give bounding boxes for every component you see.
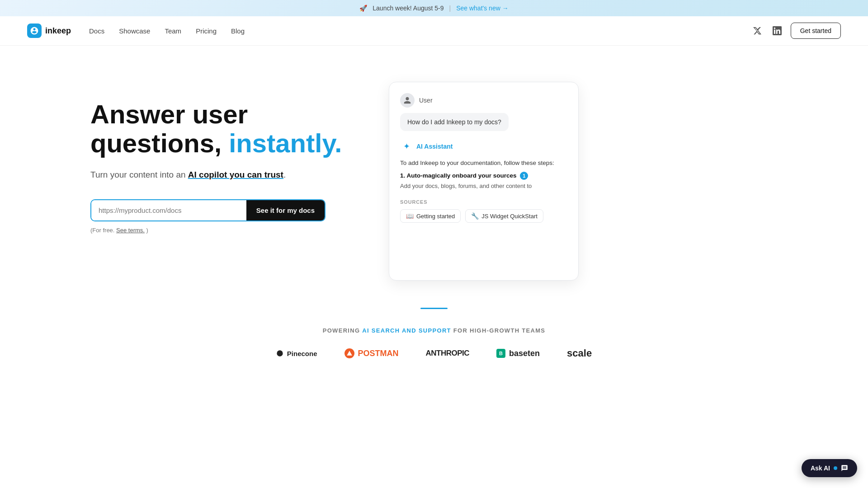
brand-anthropic: ANTHROPIC: [426, 349, 470, 358]
source-label-1: Getting started: [416, 213, 455, 220]
see-terms-link[interactable]: See terms.: [116, 227, 145, 234]
sources-section: SOURCES 📖 Getting started 🔧 JS Widget Qu…: [400, 199, 567, 223]
sources-list: 📖 Getting started 🔧 JS Widget QuickStart: [400, 209, 567, 223]
hero-title-highlight: instantly.: [229, 128, 342, 158]
subtitle-end: .: [283, 170, 286, 179]
subtext: (For free. See terms. ): [90, 227, 371, 234]
postman-icon: [344, 348, 354, 358]
nav-showcase[interactable]: Showcase: [119, 27, 150, 35]
step-number: 1.: [400, 172, 405, 179]
ai-step-desc: Add your docs, blogs, forums, and other …: [400, 182, 567, 191]
docs-url-input[interactable]: [91, 200, 246, 221]
rocket-icon: 🚀: [359, 5, 367, 12]
subtitle-part1: Turn your content into an: [90, 170, 186, 179]
baseten-label: baseten: [509, 349, 540, 358]
powering-suffix: FOR HIGH-GROWTH TEAMS: [453, 327, 546, 334]
subtext-free: (For free.: [90, 227, 114, 234]
source-chip-getting-started[interactable]: 📖 Getting started: [400, 209, 461, 223]
linkedin-icon[interactable]: [771, 24, 783, 37]
nav-pricing[interactable]: Pricing: [196, 27, 217, 35]
powering-text: POWERING AI SEARCH AND SUPPORT FOR HIGH-…: [27, 327, 841, 334]
subtext-close: ): [146, 227, 148, 234]
hero-title-line1: Answer user: [90, 99, 248, 129]
widget-icon: 🔧: [471, 212, 479, 220]
ai-intro-text: To add Inkeep to your documentation, fol…: [400, 158, 567, 168]
subtitle-bold: AI copilot you can trust: [188, 170, 283, 179]
ai-step-title: 1. Auto-magically onboard your sources 1: [400, 172, 567, 180]
nav-links: Docs Showcase Team Pricing Blog: [89, 27, 751, 35]
ai-label: AI Assistant: [416, 143, 453, 150]
logo-wordmark: inkeep: [45, 26, 71, 36]
hero-title: Answer user questions, instantly.: [90, 100, 371, 158]
brand-scale: scale: [567, 347, 592, 359]
step-title-text: Auto-magically onboard your sources: [407, 172, 517, 179]
brand-postman: POSTMAN: [344, 348, 399, 358]
scale-label: scale: [567, 347, 592, 359]
announcement-bar: 🚀 Launch week! August 5-9 | See what's n…: [0, 0, 868, 16]
baseten-icon: B: [496, 349, 505, 358]
hero-subtitle: Turn your content into an AI copilot you…: [90, 169, 371, 182]
hero-right: User How do I add Inkeep to my docs? ✦ A…: [389, 82, 579, 281]
see-it-button[interactable]: See it for my docs: [246, 200, 325, 221]
user-message: How do I add Inkeep to my docs?: [400, 113, 509, 131]
source-chip-widget[interactable]: 🔧 JS Widget QuickStart: [465, 209, 543, 223]
get-started-button[interactable]: Get started: [791, 23, 841, 39]
powering-section: POWERING AI SEARCH AND SUPPORT FOR HIGH-…: [0, 323, 868, 377]
section-divider: [0, 299, 868, 323]
anthropic-label: ANTHROPIC: [426, 349, 470, 358]
pinecone-label: Pinecone: [287, 350, 317, 357]
svg-point-0: [277, 350, 283, 356]
step-badge: 1: [520, 172, 528, 180]
bar-divider: |: [449, 5, 451, 12]
hero-title-line2: questions,: [90, 128, 229, 158]
user-label: User: [419, 97, 433, 104]
hero-section: Answer user questions, instantly. Turn y…: [0, 46, 868, 299]
logo-icon: [27, 23, 42, 38]
chat-user-row: User: [400, 93, 567, 108]
postman-label: POSTMAN: [358, 349, 399, 358]
ai-row: ✦ AI Assistant: [400, 140, 567, 153]
pinecone-icon: [276, 350, 283, 357]
twitter-icon[interactable]: [751, 24, 764, 37]
chat-card: User How do I add Inkeep to my docs? ✦ A…: [389, 82, 579, 281]
hero-left: Answer user questions, instantly. Turn y…: [90, 73, 371, 234]
divider-line: [420, 308, 448, 309]
brand-logos-row: Pinecone POSTMAN ANTHROPIC B baseten sca…: [27, 347, 841, 359]
nav-right: Get started: [751, 23, 841, 39]
docs-input-row: See it for my docs: [90, 199, 326, 221]
nav-blog[interactable]: Blog: [231, 27, 245, 35]
see-whats-new-link[interactable]: See what's new →: [456, 5, 509, 12]
powering-prefix: POWERING: [323, 327, 360, 334]
nav-team[interactable]: Team: [165, 27, 181, 35]
svg-marker-1: [347, 351, 352, 356]
launch-text: Launch week! August 5-9: [373, 5, 443, 12]
brand-pinecone: Pinecone: [276, 350, 317, 357]
brand-baseten: B baseten: [496, 349, 540, 358]
logo-svg: [30, 26, 39, 35]
nav-docs[interactable]: Docs: [89, 27, 104, 35]
powering-highlight: AI SEARCH AND SUPPORT: [362, 327, 453, 334]
logo-link[interactable]: inkeep: [27, 23, 71, 38]
user-avatar: [400, 93, 415, 108]
book-icon: 📖: [406, 212, 414, 220]
main-nav: inkeep Docs Showcase Team Pricing Blog G…: [0, 16, 868, 46]
sources-label: SOURCES: [400, 199, 567, 205]
source-label-2: JS Widget QuickStart: [481, 213, 538, 220]
ai-sparkle-icon: ✦: [400, 140, 413, 153]
